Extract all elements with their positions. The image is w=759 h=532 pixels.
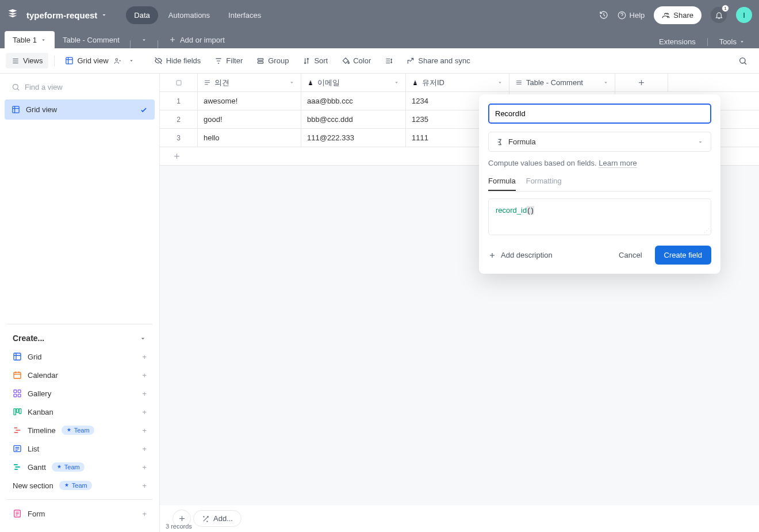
- group-button[interactable]: Group: [251, 53, 294, 68]
- plus-icon: [172, 152, 181, 160]
- extensions-button[interactable]: Extensions: [654, 35, 700, 48]
- gallery-icon: [13, 389, 22, 398]
- column-header-userid[interactable]: 유저ID: [406, 74, 509, 91]
- form-icon: [13, 509, 22, 518]
- column-header-opinion[interactable]: 의견: [198, 74, 301, 91]
- create-new-section[interactable]: New section Team +: [7, 476, 152, 495]
- share-label: Share: [673, 11, 693, 20]
- row-height-button[interactable]: [379, 53, 398, 68]
- table-tab-1-label: Table 1: [13, 36, 37, 44]
- table-tab-comment-label: Table - Comment: [63, 36, 120, 44]
- chevron-down-icon[interactable]: [603, 79, 609, 86]
- header-tab-automations[interactable]: Automations: [160, 6, 218, 24]
- list-icon: [13, 444, 22, 453]
- svg-rect-1: [66, 58, 72, 64]
- search-button[interactable]: [733, 53, 753, 69]
- create-grid[interactable]: Grid +: [7, 347, 152, 366]
- gantt-icon: [13, 462, 22, 472]
- create-kanban[interactable]: Kanban +: [7, 403, 152, 421]
- cell-opinion[interactable]: good!: [198, 110, 301, 128]
- cell-email[interactable]: aaa@bbb.ccc: [301, 92, 406, 110]
- svg-rect-8: [14, 353, 21, 360]
- svg-point-5: [740, 58, 745, 63]
- table-tab-comment[interactable]: Table - Comment: [55, 31, 128, 48]
- field-type-description: Compute values based on fields. Learn mo…: [488, 159, 711, 167]
- add-column-button[interactable]: [615, 74, 668, 91]
- table-tab-1[interactable]: Table 1: [5, 31, 55, 48]
- notifications-button[interactable]: 1: [711, 7, 727, 23]
- history-icon[interactable]: [599, 10, 608, 20]
- cell-email[interactable]: 111@222.333: [301, 129, 406, 147]
- create-gantt[interactable]: Gantt Team +: [7, 458, 152, 476]
- tools-button[interactable]: Tools: [715, 35, 750, 48]
- create-list[interactable]: List +: [7, 439, 152, 458]
- table-tab-dropdown[interactable]: [133, 31, 155, 48]
- create-form[interactable]: Form +: [7, 504, 152, 523]
- create-calendar[interactable]: Calendar +: [7, 366, 152, 384]
- current-view-button[interactable]: Grid view: [60, 53, 139, 68]
- group-label: Group: [268, 56, 289, 65]
- sidebar-view-grid[interactable]: Grid view: [5, 99, 155, 120]
- chevron-down-icon: [101, 12, 108, 18]
- svg-rect-16: [19, 409, 21, 414]
- resize-handle-icon[interactable]: ⋰: [704, 227, 710, 234]
- user-avatar[interactable]: I: [736, 7, 752, 23]
- bell-icon: [715, 11, 723, 20]
- cell-opinion[interactable]: hello: [198, 129, 301, 147]
- add-description-button[interactable]: Add description: [488, 251, 553, 259]
- formula-function-name: record_id: [496, 206, 527, 215]
- popover-tab-formula[interactable]: Formula: [488, 177, 516, 191]
- add-import-label: Add or import: [180, 36, 225, 44]
- cancel-button[interactable]: Cancel: [612, 246, 649, 264]
- create-field-button[interactable]: Create field: [655, 246, 711, 265]
- column-header-table-comment[interactable]: Table - Comment: [509, 74, 615, 91]
- workspace-name-dropdown[interactable]: typeform-request: [26, 10, 108, 20]
- team-badge: Team: [59, 481, 92, 490]
- share-sync-button[interactable]: Share and sync: [401, 53, 476, 68]
- column-header-email[interactable]: 이메일: [301, 74, 406, 91]
- select-all-checkbox[interactable]: [160, 74, 198, 91]
- color-button[interactable]: Color: [336, 53, 377, 68]
- chevron-down-icon: [739, 39, 745, 45]
- create-gantt-label: Gantt: [28, 463, 46, 472]
- add-import-button[interactable]: Add or import: [160, 31, 233, 48]
- divider: [707, 38, 708, 46]
- create-section-toggle[interactable]: Create...: [7, 324, 152, 347]
- learn-more-link[interactable]: Learn more: [599, 159, 637, 168]
- views-toggle-button[interactable]: Views: [6, 53, 48, 68]
- row-number: 3: [160, 129, 198, 147]
- plus-icon: [637, 78, 646, 87]
- header-tab-interfaces[interactable]: Interfaces: [220, 6, 269, 24]
- popover-tab-formatting[interactable]: Formatting: [526, 177, 562, 191]
- people-icon: [662, 11, 670, 19]
- create-field-popover: Formula Compute values based on fields. …: [479, 94, 720, 274]
- create-timeline[interactable]: Timeline Team +: [7, 421, 152, 439]
- field-name-input[interactable]: [488, 104, 711, 124]
- header-tab-data[interactable]: Data: [126, 6, 158, 24]
- chevron-down-icon[interactable]: [497, 79, 503, 86]
- hide-fields-label: Hide fields: [166, 56, 201, 65]
- plus-icon: +: [142, 371, 147, 380]
- footer-add-menu-button[interactable]: Add...: [193, 510, 241, 527]
- hide-fields-button[interactable]: Hide fields: [148, 53, 207, 68]
- grid-header-row: 의견 이메일 유저ID Table - Comment: [160, 74, 759, 92]
- share-button[interactable]: Share: [654, 6, 702, 24]
- search-icon: [12, 83, 20, 91]
- app-header: typeform-request Data Automations Interf…: [0, 0, 759, 30]
- formula-editor[interactable]: record_id() ⋰: [488, 198, 711, 235]
- field-type-select[interactable]: Formula: [488, 132, 711, 152]
- divider: [7, 499, 152, 500]
- chevron-down-icon[interactable]: [393, 79, 400, 86]
- filter-button[interactable]: Filter: [209, 53, 248, 68]
- help-button[interactable]: Help: [618, 11, 645, 20]
- cell-email[interactable]: bbb@ccc.ddd: [301, 110, 406, 128]
- record-count: 3 records: [166, 523, 192, 530]
- cell-opinion[interactable]: awesome!: [198, 92, 301, 110]
- sort-button[interactable]: Sort: [297, 53, 334, 68]
- find-view-input[interactable]: Find a view: [5, 78, 155, 96]
- create-gallery[interactable]: Gallery +: [7, 384, 152, 403]
- chevron-down-icon: [128, 58, 135, 64]
- column-label: 이메일: [317, 78, 340, 88]
- chevron-down-icon[interactable]: [289, 79, 295, 86]
- find-view-placeholder: Find a view: [25, 83, 63, 91]
